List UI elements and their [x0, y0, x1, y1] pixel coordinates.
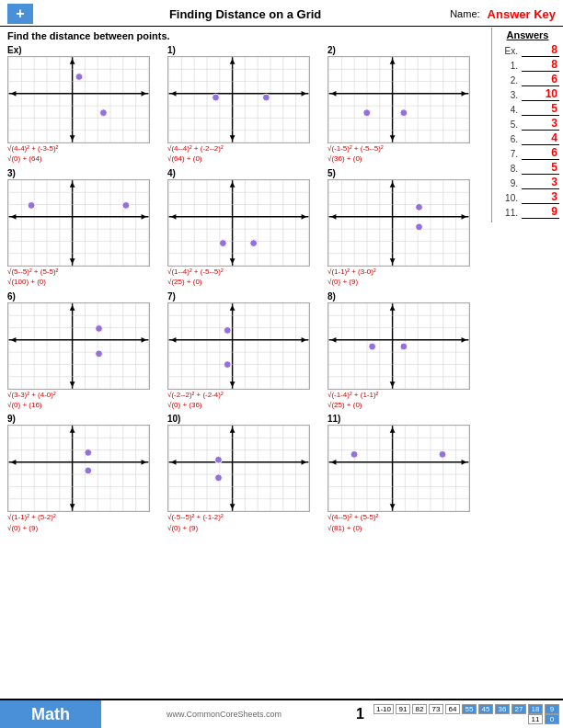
svg-point-77 — [400, 109, 408, 117]
svg-marker-153 — [462, 214, 467, 220]
problem-0: Ex) √(4-4)² + (-3-5)² √(0) + (64) — [7, 45, 162, 165]
svg-point-232 — [369, 343, 376, 350]
answer-line: 6 — [522, 147, 559, 160]
svg-marker-257 — [142, 460, 147, 465]
problem-label: 11) — [327, 414, 482, 424]
svg-point-24 — [75, 74, 83, 81]
answer-label: 8. — [496, 164, 522, 174]
answer-value: 5 — [551, 102, 557, 115]
grid-wrapper — [7, 56, 150, 143]
answer-row: 5. 3 — [496, 118, 559, 131]
problem-label: 10) — [167, 414, 322, 424]
svg-point-102 — [28, 201, 35, 209]
problem-label: 9) — [7, 414, 162, 424]
grid-wrapper — [7, 179, 150, 267]
svg-marker-307 — [390, 505, 396, 510]
problem-label: 7) — [167, 291, 322, 301]
problem-10: 10) √(-5--5)² + (-1-2)² √(0) + (9) — [167, 414, 322, 533]
stats-score-91: 91 — [396, 704, 410, 714]
stats-score-36: 36 — [495, 704, 510, 714]
formula-line2: √(100) + (0) — [7, 278, 162, 287]
answer-label: 3. — [496, 90, 522, 100]
svg-marker-229 — [390, 381, 396, 387]
svg-marker-306 — [390, 427, 396, 433]
svg-marker-255 — [70, 505, 75, 510]
stats-score-9: 9 — [545, 704, 559, 714]
problem-8: 8) √(-1-4)² + (1-1)² √(25) + (0) — [327, 291, 482, 411]
answer-value: 4 — [551, 131, 557, 144]
formula-line2: √(0) + (9) — [7, 524, 162, 533]
formula-line1: √(-1-4)² + (1-1)² — [327, 391, 482, 400]
formula-line1: √(5--5)² + (5-5)² — [7, 267, 162, 277]
problem-5: 5) √(1-1)² + (3-0)² √(0) + (9) — [327, 168, 482, 288]
formula-line2: √(0) + (64) — [7, 154, 162, 164]
answer-line: 6 — [522, 74, 559, 86]
stats-score-45: 45 — [478, 704, 493, 714]
svg-point-103 — [122, 201, 130, 209]
svg-point-25 — [100, 109, 108, 117]
svg-marker-282 — [171, 460, 177, 465]
grid-wrapper — [7, 425, 150, 512]
answer-line: 3 — [522, 176, 559, 189]
svg-marker-205 — [302, 336, 307, 342]
svg-marker-150 — [390, 182, 396, 188]
svg-point-284 — [215, 457, 223, 464]
svg-marker-98 — [70, 182, 75, 188]
formula-line1: √(4-4)² + (-3-5)² — [7, 144, 162, 154]
formula-line2: √(25) + (0) — [327, 401, 482, 410]
stats-row-1: 1-10 91 82 73 64 55 45 36 27 18 9 — [373, 704, 559, 714]
answer-line: 5 — [522, 103, 559, 116]
formula-line1: √(1-1)² + (3-0)² — [327, 267, 482, 277]
svg-marker-46 — [230, 59, 236, 64]
stats-score-0: 0 — [545, 714, 559, 724]
formula-line1: √(3-3)² + (4-0)² — [7, 391, 162, 400]
stats-score-27: 27 — [511, 704, 526, 714]
svg-point-233 — [400, 343, 408, 350]
problem-3: 3) √(5--5)² + (5-5)² √(100) + (0) — [7, 168, 162, 288]
answer-label: 4. — [496, 105, 522, 115]
answers-panel: Answers Ex. 8 1. 8 2. 6 3. 10 4. 5 5. 3 … — [491, 28, 563, 222]
formula-line2: √(25) + (0) — [167, 278, 322, 287]
logo-icon: + — [7, 4, 33, 24]
answer-label: 9. — [496, 178, 522, 188]
svg-marker-22 — [11, 91, 17, 97]
grid-wrapper — [327, 56, 470, 143]
svg-marker-308 — [331, 460, 337, 465]
formula-line2: √(0) + (36) — [167, 401, 322, 410]
svg-marker-99 — [70, 258, 75, 264]
svg-point-76 — [363, 109, 371, 117]
problem-label: 1) — [167, 45, 322, 55]
svg-point-207 — [224, 360, 231, 368]
svg-marker-280 — [230, 427, 236, 433]
answer-label: Ex. — [496, 46, 522, 56]
grid-wrapper — [7, 302, 150, 390]
svg-point-129 — [250, 239, 258, 246]
answer-row: 7. 6 — [496, 147, 559, 160]
formula-line1: √(1-1)² + (5-2)² — [7, 513, 162, 522]
formula-line2: √(36) + (0) — [327, 154, 482, 164]
answer-line: 10 — [522, 88, 559, 101]
svg-marker-125 — [230, 258, 236, 264]
formula-line1: √(-5--5)² + (-1-2)² — [167, 513, 322, 522]
svg-point-311 — [439, 451, 446, 459]
formula-line2: √(0) + (9) — [327, 278, 482, 287]
svg-marker-202 — [230, 305, 236, 311]
svg-marker-176 — [70, 305, 75, 311]
answer-value: 5 — [551, 161, 557, 174]
svg-marker-124 — [230, 182, 236, 188]
svg-point-50 — [213, 94, 220, 101]
stats-score-18: 18 — [528, 704, 543, 714]
answer-row: 10. 3 — [496, 191, 559, 204]
answer-label: 5. — [496, 119, 522, 130]
formula-line1: √(4--4)² + (-2--2)² — [167, 144, 322, 154]
problem-label: 8) — [327, 291, 482, 301]
svg-marker-47 — [230, 135, 236, 141]
svg-point-51 — [262, 94, 270, 101]
svg-marker-100 — [11, 214, 17, 220]
answer-line: 4 — [522, 132, 559, 145]
svg-point-154 — [416, 203, 423, 210]
grid-wrapper — [327, 425, 470, 512]
svg-marker-48 — [171, 91, 177, 97]
problems-grid: Ex) √(4-4)² + (-3-5)² √(0) + (64) 1) √(4… — [7, 45, 482, 533]
footer-stats: 1-10 91 82 73 64 55 45 36 27 18 9 11 0 — [373, 704, 563, 724]
